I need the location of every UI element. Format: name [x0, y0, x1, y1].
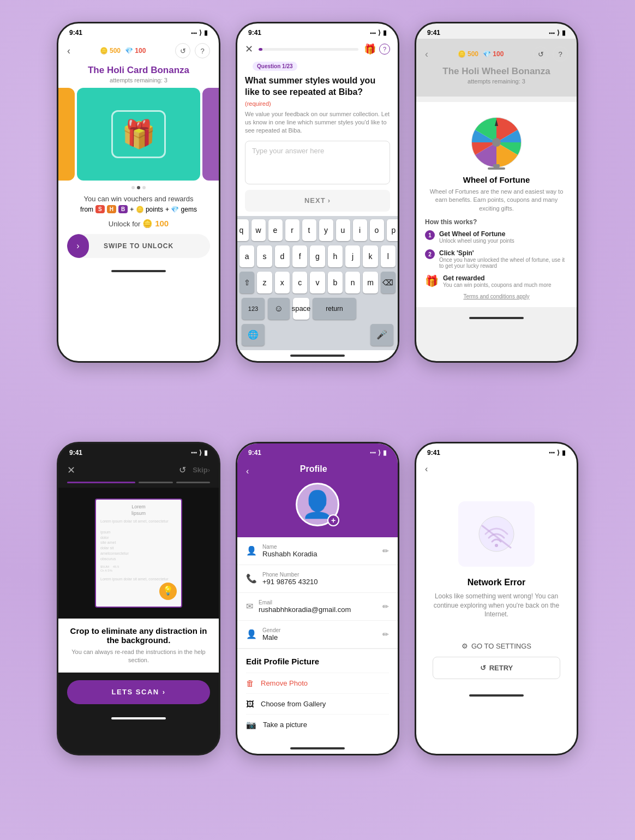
- close-button-2[interactable]: ✕: [245, 43, 253, 55]
- unlock-label: Unlock for 🪙 100: [58, 219, 219, 229]
- key-b[interactable]: b: [328, 272, 343, 293]
- back-button-5[interactable]: ‹: [246, 466, 249, 476]
- battery-icon-3: ▮: [562, 29, 566, 37]
- camera-icon: 📷: [246, 720, 256, 730]
- key-c[interactable]: c: [292, 272, 307, 293]
- add-photo-button[interactable]: +: [327, 514, 339, 526]
- battery-icon-5: ▮: [383, 449, 387, 457]
- key-z[interactable]: z: [257, 272, 272, 293]
- signal-icon-2: ▪▪▪: [370, 30, 376, 36]
- key-return[interactable]: return: [313, 298, 356, 320]
- close-button-4[interactable]: ✕: [67, 464, 75, 476]
- key-mic[interactable]: 🎤: [370, 324, 393, 346]
- key-d[interactable]: d: [275, 245, 290, 267]
- go-to-settings-button[interactable]: ⚙ GO TO SETTINGS: [433, 635, 560, 657]
- gift-icon-2: 🎁: [364, 43, 376, 55]
- swipe-to-unlock-button[interactable]: › SWIPE TO UNLOCK: [67, 234, 210, 258]
- back-button-6[interactable]: ‹: [425, 464, 428, 474]
- key-w[interactable]: w: [251, 219, 266, 241]
- next-button[interactable]: NEXT ›: [245, 190, 390, 212]
- name-label: Name: [262, 544, 377, 550]
- take-picture-item[interactable]: 📷 Take a picture: [246, 714, 389, 735]
- back-button-1[interactable]: ‹: [67, 45, 70, 57]
- carousel-dots: [58, 186, 219, 189]
- profile-fields: 👤 Name Rushabh Koradia ✏ 📞 Phone Number …: [237, 537, 398, 649]
- email-value: rushabhhkoradia@gmail.com: [259, 605, 377, 614]
- signal-icon-5: ▪▪▪: [370, 449, 376, 455]
- key-l[interactable]: l: [381, 245, 396, 267]
- dot-1: [131, 186, 135, 189]
- key-k[interactable]: k: [363, 245, 378, 267]
- step-num-1: 1: [425, 230, 435, 240]
- kb-bottom-row: 123 ☺ space return: [239, 298, 396, 324]
- key-u[interactable]: u: [336, 219, 350, 241]
- bulb-icon: 💡: [159, 583, 177, 600]
- key-n[interactable]: n: [345, 272, 360, 293]
- help-button-2[interactable]: ?: [379, 44, 390, 55]
- key-shift[interactable]: ⇧: [239, 272, 254, 293]
- key-h[interactable]: h: [328, 245, 343, 267]
- email-field: ✉ Email rushabhhkoradia@gmail.com ✏: [237, 593, 398, 621]
- remove-photo-item[interactable]: 🗑 Remove Photo: [246, 673, 389, 693]
- back-button-3[interactable]: ‹: [425, 49, 428, 60]
- name-edit-icon[interactable]: ✏: [382, 547, 389, 555]
- skip-label[interactable]: Skip: [193, 466, 207, 474]
- history-button-1[interactable]: ↺: [175, 43, 190, 58]
- key-emoji[interactable]: ☺: [268, 298, 290, 320]
- progress-seg-inactive-2: [176, 482, 211, 483]
- key-123[interactable]: 123: [242, 298, 265, 320]
- email-edit-icon[interactable]: ✏: [382, 602, 389, 611]
- sheet-title: Edit Profile Picture: [246, 657, 389, 666]
- key-a[interactable]: a: [239, 245, 254, 267]
- key-j[interactable]: j: [345, 245, 360, 267]
- help-button-1[interactable]: ?: [195, 43, 210, 58]
- wheel-title: The Holi Wheel Bonanza: [425, 64, 568, 78]
- key-q[interactable]: q: [236, 219, 249, 241]
- key-o[interactable]: o: [370, 219, 384, 241]
- key-x[interactable]: x: [275, 272, 290, 293]
- p4-instructions-section: Crop to eliminate any distraction in the…: [58, 619, 219, 673]
- key-globe[interactable]: 🌐: [242, 324, 265, 346]
- gems-3: 💎 100: [483, 50, 504, 58]
- edit-photo-bottom-sheet: Edit Profile Picture 🗑 Remove Photo 🖼 Ch…: [237, 649, 398, 743]
- key-f[interactable]: f: [292, 245, 307, 267]
- key-i[interactable]: i: [353, 219, 367, 241]
- question-badge: Question 1/23: [253, 62, 297, 71]
- phone-scan: 9:41 ▪▪▪ ⟩ ▮ ✕ ↺ Skip › Loremlipsum Lore…: [57, 442, 220, 755]
- key-space[interactable]: space: [293, 298, 309, 320]
- step-num-2: 2: [425, 249, 435, 259]
- time-5: 9:41: [248, 449, 261, 457]
- help-button-3[interactable]: ?: [553, 46, 568, 62]
- key-e[interactable]: e: [268, 219, 283, 241]
- progress-seg-inactive-1: [139, 482, 173, 483]
- answer-input[interactable]: Type your answer here: [245, 141, 390, 184]
- dot-2-active: [137, 186, 140, 189]
- gender-icon: 👤: [246, 629, 257, 639]
- gender-edit-icon[interactable]: ✏: [382, 630, 389, 639]
- battery-icon-2: ▮: [383, 29, 387, 37]
- gender-value: Male: [262, 633, 377, 641]
- key-delete[interactable]: ⌫: [381, 272, 396, 293]
- key-v[interactable]: v: [310, 272, 325, 293]
- key-y[interactable]: y: [319, 219, 333, 241]
- inst-desc: You can always re-read the instructions …: [67, 648, 210, 665]
- phone-field: 📞 Phone Number +91 98765 43210: [237, 565, 398, 593]
- time-4: 9:41: [69, 449, 82, 457]
- svg-point-6: [495, 544, 498, 547]
- scan-camera-area: Loremlipsum Lorem ipsum dolar sit amet, …: [58, 488, 219, 619]
- p3-locked-header: ‹ 🪙 500 💎 100 ↺ ? The Holi Wheel Bonanza…: [416, 39, 577, 97]
- choose-gallery-item[interactable]: 🖼 Choose from Gallery: [246, 693, 389, 714]
- key-s[interactable]: s: [257, 245, 272, 267]
- key-r[interactable]: r: [285, 219, 299, 241]
- email-info: Email rushabhhkoradia@gmail.com: [259, 599, 377, 614]
- history-button-3[interactable]: ↺: [533, 46, 548, 62]
- key-t[interactable]: t: [302, 219, 316, 241]
- key-g[interactable]: g: [310, 245, 325, 267]
- key-m[interactable]: m: [363, 272, 378, 293]
- history-icon-4[interactable]: ↺: [179, 465, 186, 475]
- retry-button[interactable]: ↺ RETRY: [433, 657, 560, 679]
- lets-scan-button[interactable]: LETS SCAN ›: [67, 680, 210, 704]
- terms-link[interactable]: Terms and conditions apply: [425, 293, 568, 299]
- key-p[interactable]: p: [387, 219, 400, 241]
- brand-b-badge: B: [118, 205, 128, 213]
